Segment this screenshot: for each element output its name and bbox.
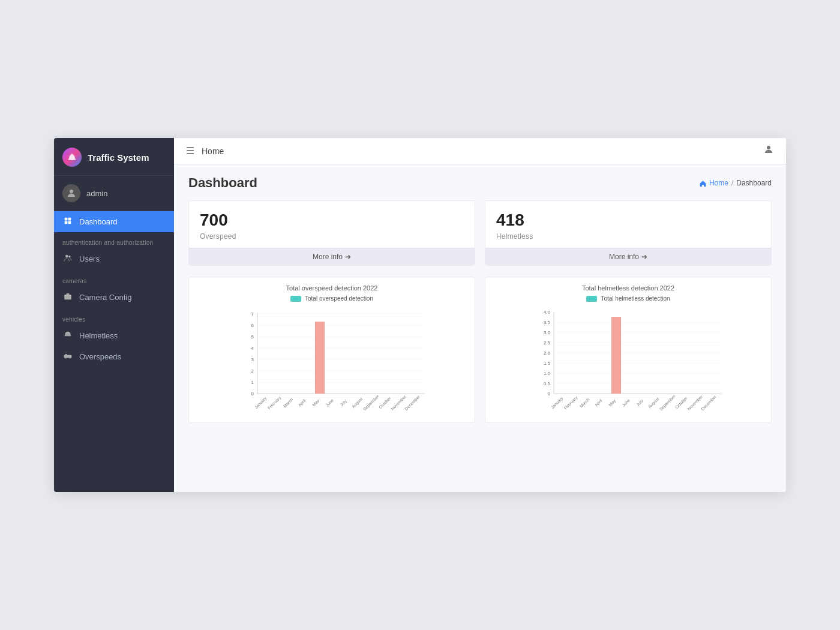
app-logo-icon — [62, 148, 82, 167]
svg-text:March: March — [283, 397, 294, 409]
svg-text:December: December — [700, 394, 717, 411]
hamburger-button[interactable]: ☰ — [186, 145, 194, 157]
helmetless-icon — [62, 331, 73, 341]
overspeed-icon — [62, 352, 73, 362]
nav-section-cameras: cameras — [54, 269, 174, 287]
svg-text:2: 2 — [251, 368, 254, 374]
svg-text:1: 1 — [251, 380, 254, 385]
svg-rect-34 — [315, 322, 325, 394]
svg-text:August: August — [647, 397, 660, 409]
stat-label-helmetless: Helmetless — [496, 232, 760, 241]
svg-text:4.0: 4.0 — [544, 310, 551, 315]
svg-text:July: July — [635, 398, 644, 407]
svg-text:August: August — [351, 397, 364, 409]
svg-point-9 — [67, 296, 70, 299]
chart-card-overspeed: Total overspeed detection 2022 Total ove… — [188, 277, 475, 423]
svg-text:September: September — [362, 394, 380, 412]
svg-text:1.5: 1.5 — [544, 361, 551, 366]
sidebar-item-label-dashboard: Dashboard — [79, 217, 118, 226]
svg-text:June: June — [325, 398, 334, 407]
svg-text:December: December — [404, 394, 421, 411]
camera-icon — [62, 292, 73, 302]
svg-text:February: February — [267, 395, 283, 411]
svg-rect-12 — [65, 354, 67, 355]
page-header: Dashboard Home / Dashboard — [188, 175, 772, 191]
svg-point-7 — [68, 256, 71, 258]
topbar-left: ☰ Home — [186, 145, 224, 157]
sidebar-item-label-helmetless: Helmetless — [79, 331, 118, 340]
sidebar-logo: Traffic System — [54, 138, 174, 176]
svg-rect-4 — [65, 221, 68, 224]
users-icon — [62, 254, 73, 264]
svg-point-13 — [65, 357, 66, 358]
svg-point-6 — [65, 255, 68, 258]
svg-text:September: September — [659, 394, 677, 412]
user-name: admin — [86, 189, 107, 198]
svg-point-15 — [767, 146, 770, 149]
svg-text:0: 0 — [251, 391, 254, 397]
sidebar-item-label-users: Users — [79, 254, 100, 263]
svg-text:3: 3 — [251, 357, 254, 362]
svg-rect-3 — [68, 218, 71, 221]
stat-card-body-overspeed: 700 Overspeed — [189, 201, 475, 248]
svg-text:2.5: 2.5 — [544, 340, 551, 346]
svg-point-14 — [69, 357, 70, 358]
legend-color-helmetless — [586, 296, 597, 302]
stat-cards-row: 700 Overspeed More info ➔ 418 Helmetless — [188, 200, 772, 266]
chart-legend-overspeed: Total overspeed detection — [197, 295, 466, 302]
more-info-btn-helmetless[interactable]: More info ➔ — [485, 248, 771, 265]
breadcrumb: Home / Dashboard — [699, 179, 772, 187]
svg-text:7: 7 — [251, 311, 254, 317]
sidebar-item-dashboard[interactable]: Dashboard — [54, 211, 174, 232]
more-info-btn-overspeed[interactable]: More info ➔ — [189, 248, 475, 265]
sidebar: Traffic System admin Dashboard Authentic… — [54, 138, 174, 492]
svg-rect-11 — [64, 355, 72, 358]
svg-text:July: July — [339, 398, 348, 407]
topbar-user-icon[interactable] — [763, 144, 774, 158]
dashboard-icon — [62, 217, 73, 227]
app-name: Traffic System — [88, 152, 149, 163]
user-avatar — [62, 184, 80, 202]
svg-text:0: 0 — [548, 391, 551, 397]
svg-text:October: October — [378, 395, 392, 409]
legend-label-helmetless: Total helmetless detection — [601, 295, 670, 302]
svg-text:October: October — [674, 395, 688, 409]
nav-section-auth: Authentication and Authorization — [54, 232, 174, 248]
topbar-title: Home — [202, 146, 224, 156]
chart-svg-overspeed: 0 1 2 3 4 5 6 — [197, 307, 466, 416]
app-wrapper: Traffic System admin Dashboard Authentic… — [54, 138, 786, 492]
svg-text:February: February — [563, 395, 579, 411]
svg-text:1.0: 1.0 — [544, 371, 551, 376]
svg-point-0 — [69, 154, 75, 160]
chart-card-helmetless: Total helmetless detection 2022 Total he… — [485, 277, 772, 423]
stat-label-overspeed: Overspeed — [200, 232, 464, 241]
chart-title-helmetless: Total helmetless detection 2022 — [494, 284, 763, 292]
sidebar-item-camera-config[interactable]: Camera Config — [54, 287, 174, 308]
page-title: Dashboard — [188, 175, 257, 191]
topbar: ☰ Home — [174, 138, 786, 164]
svg-text:April: April — [298, 398, 307, 407]
svg-rect-67 — [611, 317, 621, 394]
svg-text:January: January — [550, 396, 565, 410]
svg-rect-5 — [68, 221, 71, 224]
chart-svg-helmetless: 0 0.5 1.0 1.5 2.0 2.5 3.0 — [494, 307, 763, 416]
legend-label-overspeed: Total overspeed detection — [305, 295, 373, 302]
svg-text:3.0: 3.0 — [544, 330, 551, 335]
svg-text:0.5: 0.5 — [544, 381, 551, 386]
sidebar-item-helmetless[interactable]: Helmetless — [54, 325, 174, 346]
nav-section-vehicles: vehicles — [54, 308, 174, 325]
breadcrumb-separator: / — [731, 179, 733, 187]
arrow-icon-helmetless: ➔ — [641, 253, 647, 261]
svg-text:May: May — [311, 398, 320, 407]
svg-text:April: April — [594, 398, 604, 407]
svg-point-1 — [70, 190, 73, 193]
sidebar-item-overspeeds[interactable]: Overspeeds — [54, 346, 174, 367]
chart-legend-helmetless: Total helmetless detection — [494, 295, 763, 302]
sidebar-item-label-overspeeds: Overspeeds — [79, 352, 121, 361]
stat-number-overspeed: 700 — [200, 211, 464, 230]
sidebar-user: admin — [54, 176, 174, 211]
breadcrumb-home-link[interactable]: Home — [699, 179, 728, 187]
svg-text:January: January — [254, 396, 268, 410]
svg-text:5: 5 — [251, 334, 254, 340]
sidebar-item-users[interactable]: Users — [54, 248, 174, 269]
